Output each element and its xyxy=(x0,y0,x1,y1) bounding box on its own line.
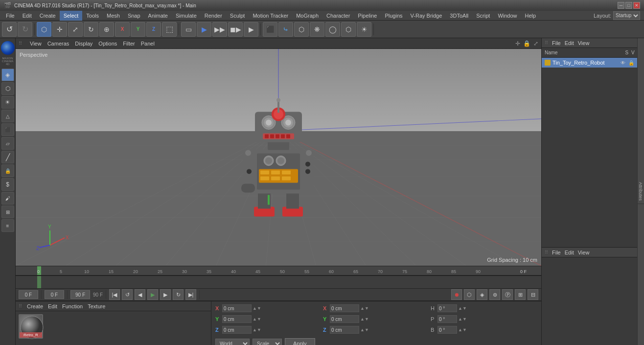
keyframe-btn[interactable]: ◈ xyxy=(477,289,487,300)
attr-menu-edit[interactable]: Edit xyxy=(565,250,574,255)
menu-file[interactable]: File xyxy=(2,11,19,21)
material-thumbnail[interactable]: Retro_R xyxy=(19,314,43,339)
side-tool-box[interactable]: ▱ xyxy=(1,137,14,150)
om-menu-edit[interactable]: Edit xyxy=(565,40,574,46)
render-queue-btn[interactable]: ◼▶ xyxy=(228,22,243,37)
render-settings-btn[interactable]: ▶▶ xyxy=(212,22,227,37)
frame-end1-input[interactable] xyxy=(70,290,90,299)
menu-plugins[interactable]: Plugins xyxy=(381,11,406,21)
close-btn[interactable]: ✕ xyxy=(633,2,640,9)
menu-mesh[interactable]: Mesh xyxy=(103,11,124,21)
table-row[interactable]: Tin_Toy_Retro_Robot 👁 🔒 ▷ xyxy=(542,58,644,68)
apply-button[interactable]: Apply xyxy=(285,338,315,345)
om-menu-file[interactable]: File xyxy=(552,40,561,46)
render-btn[interactable]: ▶ xyxy=(197,22,211,37)
menu-window[interactable]: Window xyxy=(494,11,521,21)
menu-sculpt[interactable]: Sculpt xyxy=(226,11,249,21)
side-tool-polygon[interactable]: △ xyxy=(1,110,14,122)
menu-character[interactable]: Character xyxy=(322,11,354,21)
grid-btn[interactable]: ⊞ xyxy=(515,289,526,300)
light-btn[interactable]: ☀ xyxy=(357,22,371,37)
menu-render[interactable]: Render xyxy=(201,11,226,21)
x-pos-input[interactable] xyxy=(222,304,252,312)
vp-menu-display[interactable]: Display xyxy=(75,41,92,46)
side-tool-line[interactable]: ╱ xyxy=(1,151,14,163)
ysize-arrow[interactable]: ▲▼ xyxy=(360,317,369,322)
p-arrow[interactable]: ▲▼ xyxy=(458,317,467,322)
mat-menu-edit[interactable]: Edit xyxy=(48,303,57,309)
menu-script[interactable]: Script xyxy=(472,11,494,21)
menu-simulate[interactable]: Simulate xyxy=(172,11,201,21)
y-axis-btn[interactable]: Y xyxy=(131,22,145,37)
frame-start-input[interactable] xyxy=(45,290,64,299)
camera-btn[interactable]: ⬡ xyxy=(341,22,356,37)
side-tool-lock[interactable]: 🔒 xyxy=(1,164,14,177)
transform-btn[interactable]: ⊕ xyxy=(99,22,114,37)
step-fwd-btn[interactable]: ↻ xyxy=(173,289,184,300)
z-axis-btn[interactable]: Z xyxy=(146,22,161,37)
b-input[interactable] xyxy=(437,326,457,334)
menu-snap[interactable]: Snap xyxy=(124,11,144,21)
h-input[interactable] xyxy=(437,304,457,312)
z-arrow[interactable]: ▲▼ xyxy=(253,327,261,332)
mat-menu-function[interactable]: Function xyxy=(62,303,83,309)
mat-menu-create[interactable]: Create xyxy=(27,303,43,309)
move-tool-btn[interactable]: ✛ xyxy=(52,22,67,37)
obj-icon-lock2[interactable]: 🔒 xyxy=(628,60,634,66)
render-region-btn[interactable]: ▭ xyxy=(181,22,196,37)
minimize-btn[interactable]: ─ xyxy=(618,2,624,9)
scale-tool-btn[interactable]: ⤢ xyxy=(68,22,83,37)
coord-sys-btn[interactable]: X xyxy=(115,22,130,37)
record-btn[interactable]: ⏺ xyxy=(451,289,462,300)
vp-menu-panel[interactable]: Panel xyxy=(141,41,155,46)
y-pos-input[interactable] xyxy=(222,315,252,323)
goto-start-btn[interactable]: |◀ xyxy=(109,289,120,300)
obj-icon-eye[interactable]: 👁 xyxy=(621,60,625,66)
p-input[interactable] xyxy=(437,315,457,323)
vtab-attributes[interactable]: Attributes xyxy=(637,179,644,204)
nurbs-btn[interactable]: ⬡ xyxy=(294,22,309,37)
render-active-btn[interactable]: ▶ xyxy=(244,22,258,37)
y-size-input[interactable] xyxy=(330,315,359,323)
snap-tl-btn[interactable]: ⊟ xyxy=(528,289,538,300)
maximize-btn[interactable]: □ xyxy=(625,2,632,9)
spline-btn[interactable]: ⤷ xyxy=(278,22,293,37)
world-select[interactable]: World xyxy=(215,339,250,345)
redo-btn[interactable]: ↻ xyxy=(18,22,32,37)
timeline-track[interactable] xyxy=(16,276,541,288)
menu-vray-bridge[interactable]: V-Ray Bridge xyxy=(407,11,446,21)
menu-help[interactable]: Help xyxy=(521,11,540,21)
rotate-tool-btn[interactable]: ↻ xyxy=(84,22,98,37)
array-btn[interactable]: ❋ xyxy=(310,22,324,37)
vp-icon-expand[interactable]: ⤢ xyxy=(533,40,538,47)
menu-mograph[interactable]: MoGraph xyxy=(292,11,322,21)
x-size-input[interactable] xyxy=(330,304,359,312)
side-tool-dollar[interactable]: $ xyxy=(1,178,14,191)
attr-menu-view[interactable]: View xyxy=(578,250,590,255)
play-btn[interactable]: ▶ xyxy=(147,289,158,300)
om-menu-view[interactable]: View xyxy=(578,40,590,46)
cube-btn[interactable]: ⬛ xyxy=(263,22,277,37)
side-tool-mode[interactable]: ◈ xyxy=(1,69,14,81)
menu-pipeline[interactable]: Pipeline xyxy=(354,11,381,21)
undo-btn[interactable]: ↺ xyxy=(2,22,17,37)
layout-select[interactable]: Startup xyxy=(613,11,640,20)
scale-select[interactable]: Scale xyxy=(253,339,282,345)
z-pos-input[interactable] xyxy=(222,326,252,334)
x-arrow[interactable]: ▲▼ xyxy=(253,306,261,311)
y-arrow[interactable]: ▲▼ xyxy=(253,317,261,322)
side-tool-grid[interactable]: ⊞ xyxy=(1,206,14,218)
z-size-input[interactable] xyxy=(330,326,359,334)
select-tool-btn[interactable]: ⬡ xyxy=(37,22,51,37)
autokey-btn[interactable]: ⬡ xyxy=(464,289,475,300)
vp-menu-view[interactable]: View xyxy=(30,41,42,46)
side-tool-layers[interactable]: ≡ xyxy=(1,219,14,232)
menu-select[interactable]: Select xyxy=(60,11,83,21)
menu-edit[interactable]: Edit xyxy=(19,11,36,21)
side-tool-checker[interactable]: ⬡ xyxy=(1,82,14,95)
object-axis-btn[interactable]: ⬚ xyxy=(162,22,177,37)
menu-3dtoall[interactable]: 3DToAll xyxy=(446,11,472,21)
step-back-btn[interactable]: ↺ xyxy=(122,289,133,300)
menu-motion-tracker[interactable]: Motion Tracker xyxy=(249,11,292,21)
h-arrow[interactable]: ▲▼ xyxy=(458,306,467,311)
